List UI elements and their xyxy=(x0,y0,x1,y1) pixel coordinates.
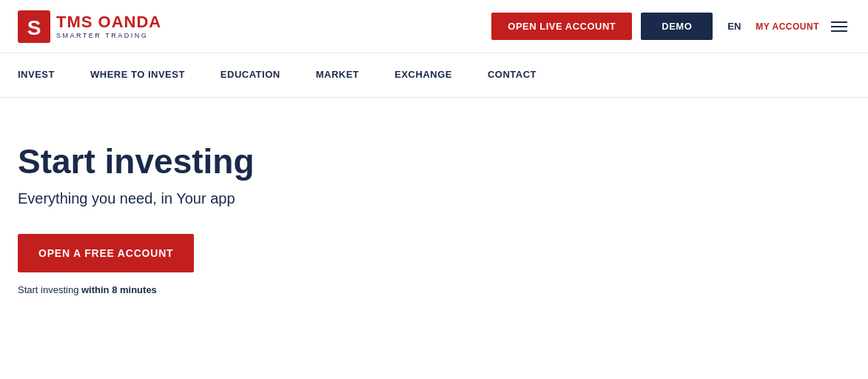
svg-text:S: S xyxy=(27,16,41,38)
tms-logo-icon: S xyxy=(18,10,50,43)
demo-button[interactable]: DEMO xyxy=(641,13,713,40)
logo-sub: SMARTER TRADING xyxy=(56,32,161,39)
hamburger-menu-button[interactable] xyxy=(828,19,850,35)
hero-section: Start investing Everything you need, in … xyxy=(0,98,868,326)
nav-item-education[interactable]: EDUCATION xyxy=(203,53,298,98)
hero-title: Start investing xyxy=(18,142,850,181)
hero-note-bold: within 8 minutes xyxy=(81,284,157,295)
hamburger-line-1 xyxy=(831,21,847,23)
header: S TMS OANDA SMARTER TRADING OPEN LIVE AC… xyxy=(0,0,868,53)
open-free-account-button[interactable]: OPEN A FREE ACCOUNT xyxy=(18,234,194,272)
logo-text: TMS OANDA SMARTER TRADING xyxy=(56,13,161,38)
nav-item-invest[interactable]: INVEST xyxy=(18,53,73,98)
navigation-bar: INVESTWHERE TO INVESTEDUCATIONMARKETEXCH… xyxy=(0,53,868,98)
nav-item-where-to-invest[interactable]: WHERE TO INVEST xyxy=(73,53,203,98)
header-right: OPEN LIVE ACCOUNT DEMO EN MY ACCOUNT xyxy=(491,13,850,40)
hamburger-line-2 xyxy=(831,26,847,27)
open-live-account-button[interactable]: OPEN LIVE ACCOUNT xyxy=(491,13,632,40)
logo-main: TMS OANDA xyxy=(56,13,161,31)
hero-subtitle: Everything you need, in Your app xyxy=(18,190,850,207)
nav-item-contact[interactable]: CONTACT xyxy=(470,53,554,98)
my-account-link[interactable]: MY ACCOUNT xyxy=(756,21,819,32)
logo[interactable]: S TMS OANDA SMARTER TRADING xyxy=(18,10,161,43)
hero-note-prefix: Start investing xyxy=(18,284,81,295)
nav-item-exchange[interactable]: EXCHANGE xyxy=(377,53,470,98)
language-selector[interactable]: EN xyxy=(721,21,747,32)
hero-note: Start investing within 8 minutes xyxy=(18,284,157,295)
nav-item-market[interactable]: MARKET xyxy=(298,53,377,98)
hamburger-line-3 xyxy=(831,30,847,32)
main-nav: INVESTWHERE TO INVESTEDUCATIONMARKETEXCH… xyxy=(18,53,554,98)
